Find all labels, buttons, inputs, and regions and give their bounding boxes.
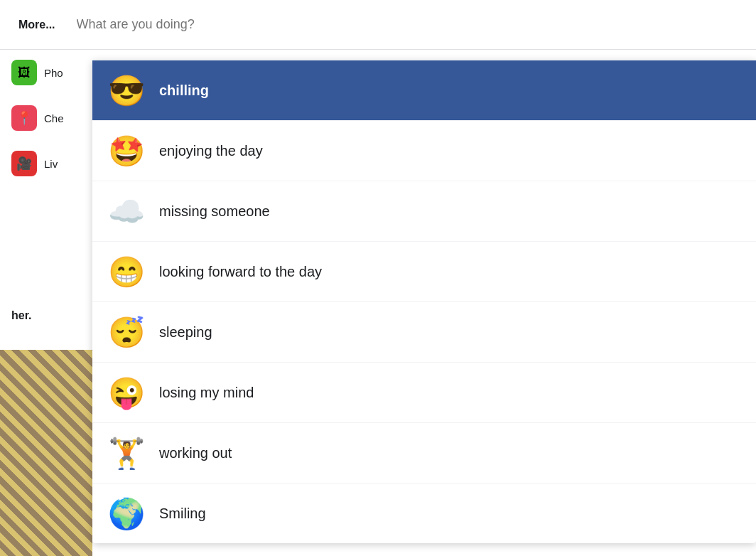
missing-label: missing someone	[159, 203, 270, 220]
dropdown-item-sleeping[interactable]: 😴 sleeping	[92, 302, 756, 363]
missing-emoji: ☁️	[107, 191, 146, 231]
dropdown-item-workout[interactable]: 🏋️ working out	[92, 423, 756, 483]
live-icon: 🎥	[11, 151, 37, 176]
workout-emoji: 🏋️	[107, 433, 146, 473]
top-bar: More...	[0, 0, 756, 50]
sleeping-emoji: 😴	[107, 312, 146, 352]
dropdown-item-losing[interactable]: 😜 losing my mind	[92, 363, 756, 423]
looking-emoji: 😁	[107, 252, 146, 292]
dropdown-item-chilling[interactable]: 😎 chilling	[92, 60, 756, 121]
checkin-icon: 📍	[11, 105, 37, 131]
enjoying-label: enjoying the day	[159, 143, 263, 159]
bee-background-image	[0, 350, 92, 556]
sidebar-item-photos[interactable]: 🖼 Pho	[0, 50, 92, 95]
sidebar-label-photos: Pho	[44, 67, 63, 79]
activity-dropdown: 😎 chilling 🤩 enjoying the day ☁️ missing…	[92, 60, 756, 543]
sleeping-label: sleeping	[159, 324, 212, 341]
losing-emoji: 😜	[107, 373, 146, 412]
smiling-label: Smiling	[159, 506, 206, 522]
her-text: her.	[11, 309, 31, 322]
more-button[interactable]: More...	[11, 14, 63, 36]
dropdown-item-smiling[interactable]: 🌍 Smiling	[92, 483, 756, 543]
losing-label: losing my mind	[159, 385, 254, 401]
chilling-emoji: 😎	[107, 70, 146, 110]
chilling-label: chilling	[159, 82, 209, 99]
sidebar-label-live: Liv	[44, 158, 58, 170]
activity-search-input[interactable]	[71, 17, 745, 32]
enjoying-emoji: 🤩	[107, 131, 146, 171]
sidebar: 🖼 Pho 📍 Che 🎥 Liv	[0, 50, 92, 348]
looking-label: looking forward to the day	[159, 264, 322, 280]
photos-icon: 🖼	[11, 60, 37, 85]
smiling-emoji: 🌍	[107, 493, 146, 533]
sidebar-item-live[interactable]: 🎥 Liv	[0, 141, 92, 186]
sidebar-label-checkin: Che	[44, 112, 64, 124]
sidebar-item-checkin[interactable]: 📍 Che	[0, 95, 92, 141]
dropdown-item-missing[interactable]: ☁️ missing someone	[92, 181, 756, 242]
workout-label: working out	[159, 445, 232, 461]
dropdown-item-enjoying[interactable]: 🤩 enjoying the day	[92, 121, 756, 181]
dropdown-item-looking[interactable]: 😁 looking forward to the day	[92, 242, 756, 302]
